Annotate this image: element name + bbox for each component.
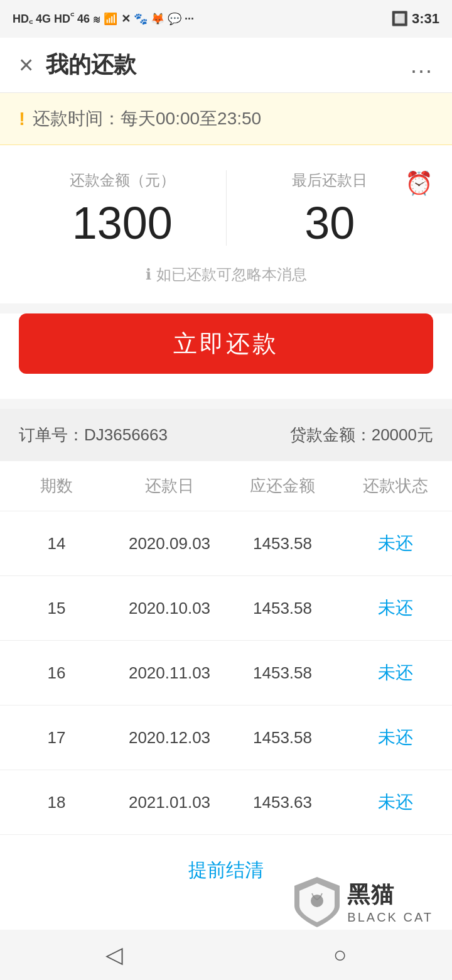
more-button[interactable]: ... xyxy=(411,52,433,79)
cell-status[interactable]: 未还 xyxy=(339,531,452,555)
amount-label: 还款金额（元） xyxy=(70,170,175,190)
status-icons: ✕ 🐾 🦊 💬 ··· xyxy=(121,12,194,26)
due-date-value: 30 xyxy=(304,200,355,246)
loan-label: 贷款金额： xyxy=(290,425,372,444)
col-header-date: 还款日 xyxy=(113,475,226,497)
amount-value: 1300 xyxy=(72,200,173,246)
header: × 我的还款 ... xyxy=(0,38,452,93)
status-left: HD꜀ 4G HD꜂ 46 ≋ 📶 ✕ 🐾 🦊 💬 ··· xyxy=(13,12,194,26)
table-row: 17 2020.12.03 1453.58 未还 xyxy=(0,705,452,770)
cell-date: 2020.09.03 xyxy=(113,534,226,553)
repayment-table: 期数 还款日 应还金额 还款状态 14 2020.09.03 1453.58 未… xyxy=(0,461,452,835)
status-right: 🔲 3:31 xyxy=(391,11,439,27)
cell-status[interactable]: 未还 xyxy=(339,726,452,749)
page-title: 我的还款 xyxy=(46,50,136,80)
divider xyxy=(0,399,452,409)
logo-blackcat-text: BLACK CAT xyxy=(347,910,433,925)
order-no: DJ3656663 xyxy=(84,425,168,444)
nav-bar: ◁ ○ xyxy=(0,930,452,980)
col-header-amount: 应还金额 xyxy=(226,475,339,497)
status-time: 3:31 xyxy=(412,11,439,27)
cell-period: 14 xyxy=(0,534,113,553)
cell-date: 2020.10.03 xyxy=(113,599,226,618)
pay-button-wrap: 立即还款 xyxy=(0,313,452,399)
cell-amount: 1453.58 xyxy=(226,534,339,553)
col-header-status: 还款状态 xyxy=(339,475,452,497)
cell-period: 15 xyxy=(0,599,113,618)
hint-icon: ℹ xyxy=(146,266,151,283)
bottom-logo: 黑猫 BLACK CAT xyxy=(292,874,433,930)
status-battery-icon: 🔲 xyxy=(391,11,408,27)
status-bar: HD꜀ 4G HD꜂ 46 ≋ 📶 ✕ 🐾 🦊 💬 ··· 🔲 3:31 xyxy=(0,0,452,38)
pay-button[interactable]: 立即还款 xyxy=(19,313,433,374)
cell-period: 18 xyxy=(0,793,113,812)
alarm-icon: ⏰ xyxy=(405,170,433,197)
nav-back-button[interactable]: ◁ xyxy=(87,935,142,974)
notice-icon: ! xyxy=(19,108,25,129)
cell-date: 2021.01.03 xyxy=(113,793,226,812)
cell-status[interactable]: 未还 xyxy=(339,661,452,685)
loan-amount-value: 20000元 xyxy=(372,425,433,444)
cell-status[interactable]: 未还 xyxy=(339,790,452,814)
logo-heima-text: 黑猫 xyxy=(347,879,395,910)
cell-amount: 1453.63 xyxy=(226,793,339,812)
loan-amount: 贷款金额：20000元 xyxy=(290,424,433,446)
cell-status[interactable]: 未还 xyxy=(339,596,452,620)
nav-home-button[interactable]: ○ xyxy=(315,935,366,974)
cell-date: 2020.12.03 xyxy=(113,728,226,748)
summary-hint: ℹ 如已还款可忽略本消息 xyxy=(19,264,433,285)
notice-text: 还款时间：每天00:00至23:50 xyxy=(33,107,261,131)
shield-icon xyxy=(292,874,342,930)
summary-card: 还款金额（元） 1300 最后还款日 30 ⏰ ℹ 如已还款可忽略本消息 xyxy=(0,145,452,303)
amount-col: 还款金额（元） 1300 xyxy=(19,170,227,246)
notice-banner: ! 还款时间：每天00:00至23:50 xyxy=(0,93,452,145)
due-date-col: 最后还款日 30 xyxy=(227,170,434,246)
summary-row: 还款金额（元） 1300 最后还款日 30 ⏰ xyxy=(19,170,433,246)
svg-point-0 xyxy=(311,895,323,907)
table-row: 14 2020.09.03 1453.58 未还 xyxy=(0,511,452,576)
cell-period: 17 xyxy=(0,728,113,748)
order-bar: 订单号：DJ3656663 贷款金额：20000元 xyxy=(0,409,452,461)
cell-amount: 1453.58 xyxy=(226,599,339,618)
header-left: × 我的还款 xyxy=(19,50,136,80)
cell-amount: 1453.58 xyxy=(226,663,339,683)
order-label: 订单号： xyxy=(19,425,84,444)
cell-period: 16 xyxy=(0,663,113,683)
table-row: 18 2021.01.03 1453.63 未还 xyxy=(0,770,452,835)
cell-amount: 1453.58 xyxy=(226,728,339,748)
table-header: 期数 还款日 应还金额 还款状态 xyxy=(0,461,452,511)
status-signal: HD꜀ 4G HD꜂ 46 ≋ xyxy=(13,13,100,26)
col-header-period: 期数 xyxy=(0,475,113,497)
status-wifi: 📶 xyxy=(104,12,117,26)
order-number: 订单号：DJ3656663 xyxy=(19,424,168,446)
due-date-label: 最后还款日 xyxy=(292,170,367,190)
table-row: 16 2020.11.03 1453.58 未还 xyxy=(0,641,452,705)
logo-text: 黑猫 BLACK CAT xyxy=(347,879,433,925)
cell-date: 2020.11.03 xyxy=(113,663,226,683)
table-row: 15 2020.10.03 1453.58 未还 xyxy=(0,576,452,641)
close-button[interactable]: × xyxy=(19,51,33,79)
hint-text: 如已还款可忽略本消息 xyxy=(156,264,307,285)
